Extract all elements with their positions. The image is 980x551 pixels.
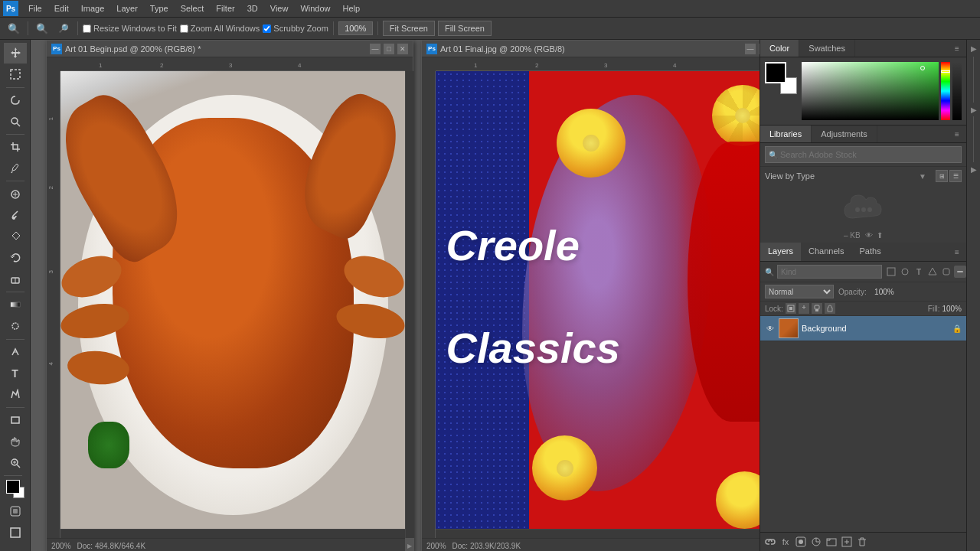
doc1-scrollbar-h[interactable]: [60, 529, 405, 538]
tab-adjustments[interactable]: Adjustments: [812, 126, 877, 142]
add-mask-btn[interactable]: [794, 535, 808, 549]
eraser-tool[interactable]: [4, 269, 27, 289]
pen-tool[interactable]: [4, 342, 27, 363]
color-spectrum-slider[interactable]: [941, 62, 950, 120]
doc1-titlebar: Ps Art 01 Begin.psd @ 200% (RGB/8) * — □…: [47, 41, 413, 57]
blur-tool[interactable]: [4, 316, 27, 337]
menu-file[interactable]: File: [23, 2, 47, 15]
menu-3d[interactable]: 3D: [242, 2, 263, 15]
zoom-all-checkbox[interactable]: Zoom All Windows: [180, 24, 260, 33]
brush-tool[interactable]: [4, 205, 27, 226]
doc1-close-btn[interactable]: ✕: [397, 44, 408, 54]
foreground-color-swatch[interactable]: [765, 62, 786, 83]
new-group-btn[interactable]: [825, 535, 838, 549]
clone-tool[interactable]: [4, 227, 27, 247]
menu-edit[interactable]: Edit: [49, 2, 74, 15]
menu-help[interactable]: Help: [338, 2, 366, 15]
menu-layer[interactable]: Layer: [111, 2, 143, 15]
color-gradient-field[interactable]: [802, 62, 939, 120]
new-layer-btn[interactable]: [840, 535, 854, 549]
delete-layer-btn[interactable]: [855, 535, 869, 549]
resize-windows-input[interactable]: [83, 24, 91, 33]
svg-rect-30: [815, 309, 818, 311]
doc1-maximize-btn[interactable]: □: [384, 44, 394, 54]
menu-type[interactable]: Type: [145, 2, 174, 15]
quick-mask-btn[interactable]: [4, 500, 27, 522]
tab-libraries[interactable]: Libraries: [760, 126, 812, 142]
filter-adjustment-btn[interactable]: [899, 266, 911, 278]
path-selection-tool[interactable]: [4, 384, 27, 405]
grid-view-btn[interactable]: ⊞: [936, 170, 948, 182]
tab-swatches[interactable]: Swatches: [799, 40, 855, 57]
filter-pixel-btn[interactable]: [885, 266, 897, 278]
menu-image[interactable]: Image: [76, 2, 110, 15]
list-view-btn[interactable]: ☰: [949, 170, 962, 182]
lib-panel-menu-btn[interactable]: ≡: [951, 128, 963, 140]
menu-filter[interactable]: Filter: [211, 2, 240, 15]
layer-visibility-eye[interactable]: 👁: [765, 323, 776, 334]
resize-windows-checkbox[interactable]: Resize Windows to Fit: [83, 24, 177, 33]
hand-tool[interactable]: [4, 431, 27, 452]
fit-screen-btn[interactable]: Fit Screen: [383, 21, 435, 36]
menu-view[interactable]: View: [265, 2, 294, 15]
text-tool[interactable]: T: [4, 363, 27, 383]
tab-paths[interactable]: Paths: [852, 243, 889, 261]
doc2-maximize-btn[interactable]: □: [759, 44, 760, 54]
doc2-scrollbar-h[interactable]: [436, 529, 760, 538]
mini-panel-collapse-btn-2[interactable]: ▶: [969, 104, 979, 115]
mini-panel-expand-btn[interactable]: ▶: [969, 43, 979, 54]
link-layers-btn[interactable]: [763, 535, 777, 549]
zoom-in-btn[interactable]: 🔍: [33, 20, 51, 37]
zoom-out-btn[interactable]: 🔎: [54, 20, 73, 37]
menu-window[interactable]: Window: [295, 2, 335, 15]
opacity-slider[interactable]: [952, 62, 962, 120]
color-panel-menu-btn[interactable]: ≡: [951, 42, 963, 54]
screen-mode-btn[interactable]: [4, 522, 27, 543]
tab-channels[interactable]: Channels: [801, 243, 851, 261]
menu-select[interactable]: Select: [175, 2, 210, 15]
doc2-canvas-content[interactable]: Creole Classics: [436, 71, 760, 538]
eyedropper-tool[interactable]: [4, 158, 27, 179]
move-tool[interactable]: [4, 43, 27, 64]
history-brush-tool[interactable]: [4, 248, 27, 269]
filter-smart-btn[interactable]: [940, 266, 952, 278]
scrubby-zoom-input[interactable]: [263, 24, 271, 33]
lasso-tool[interactable]: [4, 90, 27, 110]
fg-bg-colors[interactable]: [4, 478, 27, 500]
lock-move-btn[interactable]: [799, 303, 809, 314]
doc1-minimize-btn[interactable]: —: [370, 44, 381, 54]
lock-pixels-btn[interactable]: [786, 303, 796, 314]
tab-layers[interactable]: Layers: [760, 243, 801, 261]
rectangle-tool[interactable]: [4, 410, 27, 431]
selection-tool[interactable]: [4, 64, 27, 85]
healing-tool[interactable]: [4, 184, 27, 204]
blend-mode-select[interactable]: Normal: [765, 285, 834, 298]
doc2-minimize-btn[interactable]: —: [745, 44, 756, 54]
zoom-all-input[interactable]: [180, 24, 188, 33]
filter-type-btn[interactable]: T: [913, 266, 925, 278]
quick-select-tool[interactable]: [4, 111, 27, 132]
fg-bg-swatch-area[interactable]: [765, 62, 797, 94]
zoom-input[interactable]: [338, 21, 373, 35]
layer-effects-btn[interactable]: fx: [779, 535, 792, 549]
new-fill-adj-btn[interactable]: [809, 535, 823, 549]
doc1-scrollbar-v[interactable]: [405, 71, 414, 538]
libraries-search-input[interactable]: [780, 150, 958, 159]
zoom-tool-btn[interactable]: 🔍: [5, 20, 23, 37]
layer-row-background[interactable]: 👁 Background 🔒: [760, 316, 966, 341]
tab-color[interactable]: Color: [760, 40, 799, 57]
layers-filter-input[interactable]: [777, 265, 882, 279]
zoom-tool[interactable]: [4, 452, 27, 473]
crop-tool[interactable]: [4, 137, 27, 158]
gradient-tool[interactable]: [4, 295, 27, 315]
filter-shape-btn[interactable]: [926, 266, 939, 278]
layers-panel-menu-btn[interactable]: ≡: [951, 246, 963, 258]
lock-artboard-btn[interactable]: [812, 303, 822, 314]
scrubby-zoom-checkbox[interactable]: Scrubby Zoom: [263, 24, 328, 33]
doc1-canvas-content[interactable]: [60, 71, 405, 538]
lock-all-btn[interactable]: [825, 303, 835, 314]
mini-panel-collapse-btn-3[interactable]: ▶: [969, 164, 979, 174]
fill-screen-btn[interactable]: Fill Screen: [438, 21, 492, 36]
right-panel: Color Swatches ≡: [760, 40, 966, 551]
filter-toggle-btn[interactable]: [954, 266, 966, 278]
